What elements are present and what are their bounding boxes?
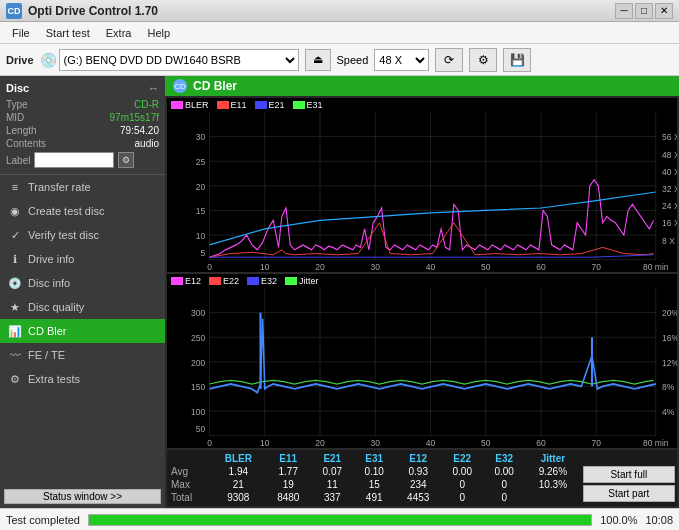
- legend-jitter: Jitter: [285, 276, 319, 286]
- sidebar-item-disc-info[interactable]: 💿 Disc info: [0, 271, 165, 295]
- disc-quality-icon: ★: [8, 300, 22, 314]
- sidebar-item-fe-te[interactable]: 〰 FE / TE: [0, 343, 165, 367]
- avg-e11: 1.77: [265, 465, 311, 478]
- stats-col-e22: E22: [441, 452, 483, 465]
- max-e32: 0: [483, 478, 525, 491]
- svg-text:56 X: 56 X: [662, 132, 677, 143]
- svg-text:32 X: 32 X: [662, 183, 677, 194]
- sidebar-item-cd-bler[interactable]: 📊 CD Bler: [0, 319, 165, 343]
- sidebar-item-drive-info-label: Drive info: [28, 253, 74, 265]
- menu-file[interactable]: File: [4, 25, 38, 41]
- start-part-button[interactable]: Start part: [583, 485, 675, 502]
- svg-text:30: 30: [371, 437, 380, 448]
- sidebar-item-disc-quality[interactable]: ★ Disc quality: [0, 295, 165, 319]
- legend-jitter-color: [285, 277, 297, 285]
- sidebar-item-verify-test-disc[interactable]: ✓ Verify test disc: [0, 223, 165, 247]
- save-button[interactable]: 💾: [503, 48, 531, 72]
- avg-jitter: 9.26%: [525, 465, 580, 478]
- sidebar-item-transfer-rate[interactable]: ≡ Transfer rate: [0, 175, 165, 199]
- sidebar-item-transfer-rate-label: Transfer rate: [28, 181, 91, 193]
- title-bar: CD Opti Drive Control 1.70 ─ □ ✕: [0, 0, 679, 22]
- avg-e12: 0.93: [395, 465, 441, 478]
- label-input[interactable]: [34, 152, 114, 168]
- menu-extra[interactable]: Extra: [98, 25, 140, 41]
- label-icon-button[interactable]: ⚙: [118, 152, 134, 168]
- svg-text:4%: 4%: [662, 406, 674, 417]
- legend-e12-label: E12: [185, 276, 201, 286]
- legend-e31-color: [293, 101, 305, 109]
- sidebar-item-extra-tests[interactable]: ⚙ Extra tests: [0, 367, 165, 391]
- sidebar-item-create-test-disc[interactable]: ◉ Create test disc: [0, 199, 165, 223]
- top-chart-container: BLER E11 E21 E31: [167, 98, 677, 272]
- top-chart-svg: 30 25 20 15 10 5 56 X 48 X 40 X 32 X 24 …: [167, 112, 677, 272]
- sidebar: Disc ↔ Type CD-R MID 97m15s17f Length 79…: [0, 76, 165, 508]
- speed-label: Speed: [337, 54, 369, 66]
- drive-select[interactable]: (G:) BENQ DVD DD DW1640 BSRB: [59, 49, 299, 71]
- max-bler: 21: [211, 478, 265, 491]
- svg-text:20: 20: [315, 261, 324, 272]
- title-bar-left: CD Opti Drive Control 1.70: [6, 3, 158, 19]
- total-e12: 4453: [395, 491, 441, 504]
- avg-e31: 0.10: [353, 465, 395, 478]
- svg-text:40 X: 40 X: [662, 166, 677, 177]
- menu-help[interactable]: Help: [139, 25, 178, 41]
- legend-e31: E31: [293, 100, 323, 110]
- avg-bler: 1.94: [211, 465, 265, 478]
- legend-e11: E11: [217, 100, 247, 110]
- disc-panel: Disc ↔ Type CD-R MID 97m15s17f Length 79…: [0, 76, 165, 175]
- speed-select[interactable]: 48 X: [374, 49, 429, 71]
- max-e21: 11: [311, 478, 353, 491]
- chart-header: CD CD Bler: [165, 76, 679, 96]
- options-button[interactable]: ⚙: [469, 48, 497, 72]
- max-e11: 19: [265, 478, 311, 491]
- sidebar-item-create-label: Create test disc: [28, 205, 104, 217]
- legend-e21: E21: [255, 100, 285, 110]
- svg-text:40: 40: [426, 437, 435, 448]
- disc-expand-arrow[interactable]: ↔: [148, 82, 159, 94]
- disc-contents-val: audio: [135, 138, 159, 149]
- start-full-button[interactable]: Start full: [583, 466, 675, 483]
- stats-col-jitter: Jitter: [525, 452, 580, 465]
- time-display: 10:08: [645, 514, 673, 526]
- status-window-area: Status window >>: [0, 485, 165, 508]
- sidebar-item-drive-info[interactable]: ℹ Drive info: [0, 247, 165, 271]
- disc-length-row: Length 79:54.20: [6, 124, 159, 137]
- svg-text:80 min: 80 min: [643, 261, 668, 272]
- legend-e12: E12: [171, 276, 201, 286]
- cd-bler-icon: 📊: [8, 324, 22, 338]
- menu-start-test[interactable]: Start test: [38, 25, 98, 41]
- disc-contents-row: Contents audio: [6, 137, 159, 150]
- legend-e22: E22: [209, 276, 239, 286]
- disc-mid-val: 97m15s17f: [110, 112, 159, 123]
- svg-text:60: 60: [536, 437, 545, 448]
- progress-bar: [88, 514, 592, 526]
- max-e12: 234: [395, 478, 441, 491]
- stats-col-e31: E31: [353, 452, 395, 465]
- total-e22: 0: [441, 491, 483, 504]
- stats-col-bler: BLER: [211, 452, 265, 465]
- window-controls: ─ □ ✕: [615, 3, 673, 19]
- disc-length-val: 79:54.20: [120, 125, 159, 136]
- bottom-chart-legend: E12 E22 E32 Jitter: [167, 274, 677, 288]
- total-e31: 491: [353, 491, 395, 504]
- svg-text:10: 10: [260, 261, 269, 272]
- disc-type-key: Type: [6, 99, 28, 110]
- progress-percent: 100.0%: [600, 514, 637, 526]
- status-window-button[interactable]: Status window >>: [4, 489, 161, 504]
- svg-text:16 X: 16 X: [662, 218, 677, 229]
- refresh-button[interactable]: ⟳: [435, 48, 463, 72]
- close-button[interactable]: ✕: [655, 3, 673, 19]
- svg-text:12%: 12%: [662, 357, 677, 368]
- total-label: Total: [167, 491, 211, 504]
- sidebar-item-verify-label: Verify test disc: [28, 229, 99, 241]
- eject-button[interactable]: ⏏: [305, 49, 331, 71]
- legend-jitter-label: Jitter: [299, 276, 319, 286]
- svg-text:70: 70: [592, 261, 601, 272]
- stats-col-btns: [581, 452, 677, 465]
- disc-label-row: Label ⚙: [6, 152, 159, 168]
- maximize-button[interactable]: □: [635, 3, 653, 19]
- disc-type-row: Type CD-R: [6, 98, 159, 111]
- minimize-button[interactable]: ─: [615, 3, 633, 19]
- main-content: Disc ↔ Type CD-R MID 97m15s17f Length 79…: [0, 76, 679, 508]
- legend-bler-label: BLER: [185, 100, 209, 110]
